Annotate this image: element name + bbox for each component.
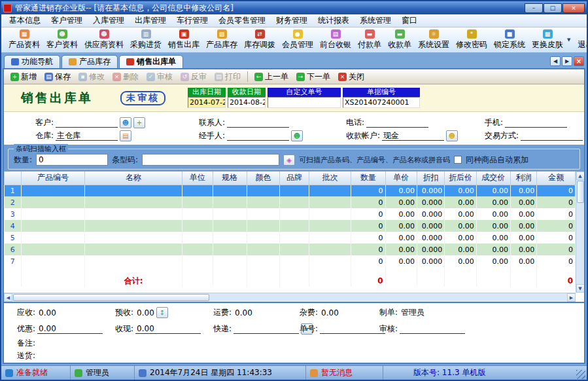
custom-order-no-value[interactable] (268, 97, 341, 108)
column-header-成交价[interactable]: 成交价 (476, 172, 510, 185)
contact-field-value[interactable] (227, 118, 289, 128)
table-row[interactable]: 200.000.0000.000.000.000 (5, 196, 576, 208)
payment-date-value[interactable]: 2014-08-23 (228, 97, 266, 108)
menu-item[interactable]: 入库管理 (88, 14, 130, 27)
tab-功能导航[interactable]: 功能导航 (4, 55, 60, 68)
table-row[interactable]: 700.000.0000.000.000.000 (5, 255, 576, 267)
cash-received-field-value[interactable]: 0.00 (135, 324, 201, 334)
toolbar-button-销售出库[interactable]: ▣销售出库 (165, 28, 203, 52)
auto-accumulate-checkbox[interactable] (454, 156, 462, 164)
toolbar-button-系统设置[interactable]: ☼系统设置 (415, 28, 453, 52)
delivery-input[interactable] (38, 352, 578, 361)
order-no-value[interactable]: XS201407240001 (343, 97, 420, 108)
express-field-value[interactable] (233, 324, 299, 334)
column-header-利润[interactable]: 利润 (511, 172, 537, 185)
toolbar-button-收款单[interactable]: ▬收款单 (385, 28, 415, 52)
account-lookup-button[interactable]: ☻ (446, 130, 458, 141)
toolbar-button-锁定系统[interactable]: ■锁定系统 (491, 28, 528, 52)
tab-产品库存[interactable]: 产品库存 (61, 55, 118, 68)
discount-field-value[interactable]: 0.00 (37, 324, 103, 334)
table-row[interactable]: 500.000.0000.000.000.000 (5, 232, 576, 244)
scroll-right-icon[interactable]: ▶ (567, 293, 576, 302)
toolbar-button-会员管理[interactable]: ●会员管理 (279, 28, 317, 52)
column-header-批次[interactable]: 批次 (309, 172, 351, 185)
toolbar-button-更换皮肤[interactable]: ▩更换皮肤▼ (528, 28, 570, 52)
resize-grip[interactable] (576, 370, 585, 379)
toolbar-button-客户资料[interactable]: ☻客户资料 (43, 28, 81, 52)
form-button-上一单[interactable]: ←上一单 (251, 71, 292, 83)
toolbar-button-退出系统[interactable]: ⌂退出系统 (574, 28, 587, 52)
menu-item[interactable]: 基本信息 (4, 14, 46, 27)
menu-item[interactable]: 客户管理 (46, 14, 88, 27)
barcode-search-button[interactable]: ◈ (283, 154, 295, 166)
form-button-新增[interactable]: +新增 (7, 71, 41, 83)
column-header-数量[interactable]: 数量 (351, 172, 385, 185)
vertical-scroll-thumb[interactable] (577, 181, 584, 203)
menu-item[interactable]: 系统管理 (355, 14, 396, 27)
toolbar-button-修改密码[interactable]: *修改密码 (453, 28, 491, 52)
scroll-left-icon[interactable]: ◀ (4, 293, 12, 302)
phone-field-value[interactable] (366, 118, 428, 128)
minimize-button[interactable]: – (525, 3, 543, 13)
column-header-产品编号[interactable]: 产品编号 (22, 172, 85, 185)
column-header-金额[interactable]: 金额 (537, 172, 576, 185)
table-row[interactable]: 400.000.0000.000.000.000 (5, 220, 576, 232)
dropdown-arrow-icon[interactable]: ▼ (567, 37, 570, 43)
remark-input[interactable] (38, 339, 578, 348)
horizontal-scroll-thumb[interactable] (13, 294, 209, 301)
tab-close-button[interactable]: × (574, 56, 584, 66)
customer-lookup-button[interactable]: ☻ (120, 117, 131, 128)
menu-item[interactable]: 统计报表 (313, 14, 355, 27)
title-bar[interactable]: 管家通进销存企业版-- [请在基本信息，公司信息中修改公司名] –□× (1, 1, 587, 14)
scroll-down-icon[interactable]: ▼ (576, 284, 585, 293)
toolbar-button-供应商资料[interactable]: ☻供应商资料 (81, 28, 127, 52)
auditor-field-value[interactable] (400, 324, 465, 334)
table-row[interactable]: 300.000.0000.000.000.000 (5, 208, 576, 220)
account-field-value[interactable]: 现金 (382, 131, 444, 141)
form-button-关闭[interactable]: ×关闭 (334, 71, 368, 83)
close-button[interactable]: × (562, 3, 585, 13)
column-header-颜色[interactable]: 颜色 (247, 172, 279, 185)
handler-lookup-button[interactable]: ☻ (291, 130, 303, 141)
menu-item[interactable]: 车行管理 (171, 14, 213, 27)
trade-type-field-value[interactable] (521, 131, 583, 141)
column-header-折后价[interactable]: 折后价 (445, 172, 476, 185)
barcode-qty-input[interactable] (36, 154, 108, 166)
menu-item[interactable]: 会员零售管理 (213, 14, 271, 27)
form-button-保存[interactable]: ▤保存 (41, 71, 75, 83)
tracking-no-field-value[interactable] (320, 324, 385, 334)
table-row[interactable]: 100.000.0000.000.000.000 (5, 185, 576, 196)
column-header-单价[interactable]: 单价 (385, 172, 417, 185)
form-button-下一单[interactable]: →下一单 (292, 71, 334, 83)
handler-field-value[interactable] (227, 131, 289, 141)
warehouse-field-value[interactable]: 主仓库 (56, 131, 118, 141)
customer-field-value[interactable] (56, 118, 118, 128)
vertical-scrollbar[interactable]: ▲ ▼ (576, 172, 584, 293)
toolbar-button-前台收银[interactable]: ▤前台收银 (317, 28, 355, 52)
maximize-button[interactable]: □ (544, 3, 562, 13)
menu-item[interactable]: 出库管理 (130, 14, 171, 27)
column-header-规格[interactable]: 规格 (213, 172, 247, 185)
column-header-品牌[interactable]: 品牌 (280, 172, 309, 185)
toolbar-button-库存调拨[interactable]: ⇄库存调拨 (241, 28, 279, 52)
tab-scroll-right-button[interactable]: ▶ (562, 56, 572, 66)
toolbar-button-采购进货[interactable]: ▥采购进货 (127, 28, 165, 52)
toolbar-button-产品库存[interactable]: ▧产品库存 (203, 28, 241, 52)
mobile-field-value[interactable] (505, 118, 567, 128)
outbound-date-value[interactable]: 2014-07-24 (188, 97, 226, 108)
table-row[interactable]: 600.000.0000.000.000.000 (5, 244, 576, 255)
refresh-prepaid-button[interactable]: ↕ (156, 307, 168, 318)
tab-销售出库单[interactable]: 销售出库单 (119, 55, 183, 68)
barcode-input[interactable] (142, 154, 279, 166)
customer-add-button[interactable]: + (133, 117, 145, 128)
column-header-折扣[interactable]: 折扣 (417, 172, 444, 185)
horizontal-scrollbar[interactable]: ◀ ▶ (4, 293, 576, 302)
column-header[interactable] (5, 172, 22, 185)
toolbar-button-产品资料[interactable]: ▦产品资料 (5, 28, 43, 52)
scroll-up-icon[interactable]: ▲ (576, 172, 585, 180)
menu-item[interactable]: 财务管理 (271, 14, 313, 27)
tab-scroll-left-button[interactable]: ◀ (550, 56, 561, 66)
menu-item[interactable]: 窗口 (396, 14, 423, 27)
warehouse-lookup-button[interactable]: ▤ (120, 130, 131, 141)
toolbar-button-付款单[interactable]: ▬付款单 (355, 28, 385, 52)
